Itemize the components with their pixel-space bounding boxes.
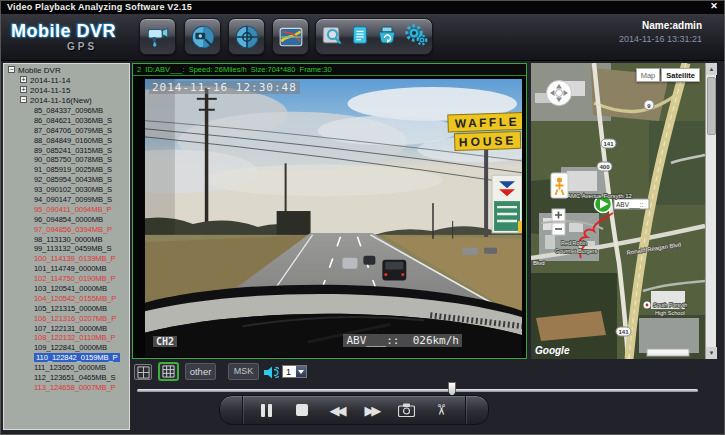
file-item-label[interactable]: 90_085750_0078MB_S (34, 155, 112, 164)
log-button[interactable] (349, 23, 371, 51)
file-row[interactable]: 90_085750_0078MB_S (4, 155, 129, 165)
scroll-up-arrow[interactable]: ▲ (706, 63, 717, 75)
dropdown-arrow-icon[interactable] (296, 366, 306, 377)
file-row[interactable]: 89_085241_0315MB_S (4, 146, 129, 156)
gps-track-button[interactable] (228, 18, 265, 55)
seek-track[interactable] (137, 389, 698, 392)
file-item-label[interactable]: 89_085241_0315MB_S (34, 146, 112, 155)
file-item-label[interactable]: 92_085954_0043MB_S (34, 175, 112, 184)
file-row[interactable]: 96_094854_0000MB (4, 215, 129, 225)
file-row[interactable]: 85_084337_0096MB (4, 106, 129, 116)
file-item-label[interactable]: 113_124658_0007MB_P (34, 383, 116, 392)
tree-toggle-icon[interactable]: + (20, 76, 27, 83)
file-item-label[interactable]: 106_121316_0207MB_P (34, 314, 116, 323)
scroll-down-arrow[interactable]: ▼ (706, 347, 717, 359)
file-item-label[interactable]: 107_122131_0000MB (34, 324, 107, 333)
pegman-control[interactable] (551, 173, 568, 198)
map-view-toggle[interactable]: Map (636, 68, 661, 82)
file-item-label[interactable]: 109_122841_0000MB (34, 343, 107, 352)
file-item-label[interactable]: 103_120541_0000MB (34, 284, 107, 293)
file-item-label[interactable]: 105_121315_0000MB (34, 304, 107, 313)
video-display[interactable]: WAFFLE HOUSE (133, 76, 526, 357)
stop-button[interactable] (291, 396, 313, 424)
file-item-label[interactable]: 98_113130_0000MB (34, 235, 102, 244)
file-item-label[interactable]: 96_094854_0000MB (34, 215, 103, 224)
file-item-label[interactable]: 91_085919_0025MB_S (34, 165, 112, 174)
tree-toggle-icon[interactable]: − (20, 96, 27, 103)
file-row[interactable]: 97_094856_0394MB_P (4, 225, 129, 235)
map-zoom-in-button[interactable] (552, 209, 565, 221)
file-item-label[interactable]: 112_123651_0465MB_S (34, 373, 116, 382)
file-row[interactable]: 107_122131_0000MB (4, 324, 129, 334)
tree-date-node[interactable]: −2014-11-16(New) (4, 96, 129, 106)
file-item-label[interactable]: 110_122842_0159MB_P (34, 353, 120, 362)
file-item-label[interactable]: 93_090102_0030MB_S (34, 185, 112, 194)
gps-map-panel[interactable]: ABV___:: AMC Avenue Forsyth 12 Red Robin… (531, 63, 705, 359)
file-row[interactable]: 99_113132_0459MB_S (4, 244, 129, 254)
file-row[interactable]: 111_123650_0000MB (4, 363, 129, 373)
file-row[interactable]: 113_124658_0007MB_P (4, 383, 129, 393)
file-item-label[interactable]: 97_094856_0394MB_P (34, 225, 112, 234)
file-item-label[interactable]: 100_114139_0139MB_P (34, 254, 116, 263)
snapshot-button[interactable] (395, 396, 417, 424)
scrollbar-thumb[interactable] (707, 77, 716, 135)
file-item-label[interactable]: 111_123650_0000MB (34, 363, 106, 372)
map-view-button[interactable] (272, 18, 309, 55)
satellite-view-toggle[interactable]: Satellite (661, 68, 700, 82)
file-row[interactable]: 87_084706_0079MB_S (4, 126, 129, 136)
file-item-label[interactable]: 95_090411_0094MB_P (34, 205, 111, 214)
file-row[interactable]: 94_090147_0099MB_S (4, 195, 129, 205)
file-row[interactable]: 109_122841_0000MB (4, 343, 129, 353)
settings-button[interactable] (404, 23, 428, 51)
file-item-label[interactable]: 88_084849_0160MB_S (34, 136, 112, 145)
file-item-label[interactable]: 87_084706_0079MB_S (34, 126, 112, 135)
file-row[interactable]: 112_123651_0465MB_S (4, 373, 129, 383)
disk-search-button[interactable] (320, 23, 344, 51)
file-row[interactable]: 100_114139_0139MB_P (4, 254, 129, 264)
file-item-label[interactable]: 99_113132_0459MB_S (34, 244, 111, 253)
file-row[interactable]: 88_084849_0160MB_S (4, 136, 129, 146)
map-zoom-out-button[interactable] (552, 223, 565, 235)
tree-date-node[interactable]: +2014-11-15 (4, 86, 129, 96)
file-item-label[interactable]: 94_090147_0099MB_S (34, 195, 112, 204)
volume-button[interactable] (263, 365, 279, 383)
file-row[interactable]: 104_120542_0155MB_P (4, 294, 129, 304)
map-scrollbar[interactable]: ▲ ▼ (705, 63, 716, 359)
camera-channel-button[interactable] (139, 18, 176, 55)
file-row[interactable]: 101_114749_0000MB (4, 264, 129, 274)
file-row[interactable]: 103_120541_0000MB (4, 284, 129, 294)
file-row[interactable]: 86_084621_0036MB_S (4, 116, 129, 126)
file-item-label[interactable]: 85_084337_0096MB (34, 106, 103, 115)
file-row[interactable]: 102_114750_0190MB_P (4, 274, 129, 284)
file-row[interactable]: 110_122842_0159MB_P (4, 353, 129, 363)
msk-button[interactable]: MSK (228, 363, 259, 380)
file-row[interactable]: 98_113130_0000MB (4, 235, 129, 245)
fast-forward-button[interactable]: ▶▶ (360, 396, 382, 424)
file-item-label[interactable]: 104_120542_0155MB_P (34, 294, 116, 303)
tree-root[interactable]: −Mobile DVR (4, 66, 129, 76)
layout-3x3-button[interactable] (158, 362, 179, 381)
tree-collapse-icon[interactable]: − (8, 66, 15, 73)
rewind-button[interactable]: ◀◀ (326, 396, 348, 424)
file-row[interactable]: 92_085954_0043MB_S (4, 175, 129, 185)
layout-2x2-button[interactable] (134, 364, 152, 380)
file-row[interactable]: 105_121315_0000MB (4, 304, 129, 314)
close-button[interactable]: ✕ (707, 1, 721, 12)
file-item-label[interactable]: 108_122132_0110MB_P (34, 333, 116, 342)
tree-date-node[interactable]: +2014-11-14 (4, 76, 129, 86)
clip-cut-button[interactable]: ✂ (430, 396, 452, 424)
file-row[interactable]: 93_090102_0030MB_S (4, 185, 129, 195)
tree-toggle-icon[interactable]: + (20, 86, 27, 93)
file-row[interactable]: 95_090411_0094MB_P (4, 205, 129, 215)
file-row[interactable]: 108_122132_0110MB_P (4, 333, 129, 343)
channel-select[interactable]: 1 (282, 365, 307, 378)
file-item-label[interactable]: 101_114749_0000MB (34, 264, 106, 273)
file-item-label[interactable]: 102_114750_0190MB_P (34, 274, 116, 283)
other-button[interactable]: other (185, 363, 216, 380)
backup-button[interactable] (375, 23, 399, 51)
pause-button[interactable] (256, 396, 278, 424)
map-pan-control[interactable] (547, 81, 572, 106)
file-item-label[interactable]: 86_084621_0036MB_S (34, 116, 112, 125)
file-row[interactable]: 106_121316_0207MB_P (4, 314, 129, 324)
video-playback-button[interactable] (184, 18, 221, 55)
